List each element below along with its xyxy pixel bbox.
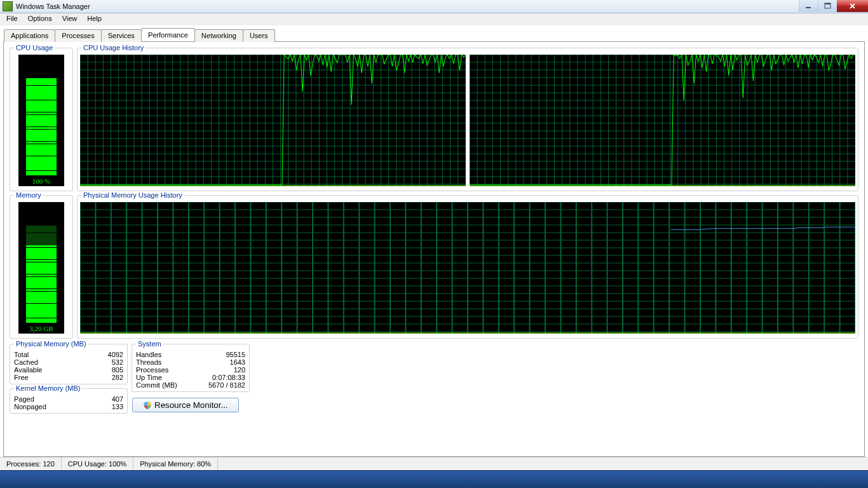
cpu-history-core1 [470, 55, 855, 186]
cpu-meter: 100 % [18, 55, 64, 186]
cpu-history-core0 [80, 55, 466, 186]
taskbar[interactable] [0, 470, 868, 488]
svg-rect-2 [825, 3, 831, 4]
title-bar: Windows Task Manager [0, 0, 868, 13]
stat-label: Processes [135, 366, 193, 374]
status-processes: Processes: 120 [0, 458, 62, 470]
stat-value: 282 [83, 374, 125, 381]
stat-value: 407 [92, 395, 125, 403]
shield-icon [143, 401, 152, 410]
stat-row: Commit (MB)5670 / 8182 [135, 381, 247, 389]
menu-options[interactable]: Options [23, 13, 57, 25]
cpu-usage-group: CPU Usage 100 % [10, 48, 73, 191]
cpu-meter-label: 100 % [18, 177, 64, 186]
cpu-history-group: CPU Usage History [77, 48, 858, 191]
resource-monitor-button[interactable]: Resource Monitor... [132, 398, 239, 412]
tab-services[interactable]: Services [101, 29, 142, 42]
stat-value: 95515 [193, 351, 247, 358]
stat-label: Cached [13, 358, 83, 366]
stat-row: Up Time0:07:08:33 [135, 374, 247, 381]
tab-performance[interactable]: Performance [141, 28, 195, 41]
memory-history [80, 202, 855, 334]
tab-networking[interactable]: Networking [194, 29, 243, 42]
stat-value: 4092 [83, 351, 125, 358]
tab-applications[interactable]: Applications [4, 29, 55, 42]
menu-view[interactable]: View [57, 13, 83, 25]
stat-label: Handles [135, 351, 193, 358]
memory-meter-label: 3,20 GB [18, 325, 64, 334]
menu-bar: File Options View Help [0, 13, 868, 25]
group-title: Physical Memory (MB) [14, 340, 88, 348]
maximize-button[interactable] [818, 0, 837, 12]
status-bar: Processes: 120 CPU Usage: 100% Physical … [0, 457, 868, 470]
system-box: System Handles95515Threads1643Processes1… [132, 344, 250, 392]
stat-row: Nonpaged133 [13, 403, 125, 410]
stat-row: Cached532 [13, 358, 125, 366]
stat-row: Threads1643 [135, 358, 247, 366]
tabs: Applications Processes Services Performa… [0, 25, 868, 41]
status-memory: Physical Memory: 80% [133, 458, 218, 470]
stats-row: Physical Memory (MB) Total4092Cached532A… [8, 342, 860, 416]
stat-value: 133 [92, 403, 125, 410]
stat-label: Threads [135, 358, 193, 366]
stat-label: Up Time [135, 374, 193, 381]
close-button[interactable] [837, 0, 868, 12]
stat-value: 1643 [193, 358, 247, 366]
stat-label: Free [13, 374, 83, 381]
stat-value: 805 [83, 366, 125, 374]
memory-history-group: Physical Memory Usage History [77, 195, 858, 339]
stat-row: Handles95515 [135, 351, 247, 358]
group-title: CPU Usage [14, 44, 55, 51]
stat-row: Processes120 [135, 366, 247, 374]
svg-rect-0 [806, 7, 811, 8]
stat-value: 5670 / 8182 [193, 381, 247, 389]
stat-row: Total4092 [13, 351, 125, 358]
tab-content: CPU Usage 100 % CPU Usage History Memory… [3, 41, 865, 457]
menu-help[interactable]: Help [82, 13, 107, 25]
tab-processes[interactable]: Processes [55, 29, 101, 42]
kernel-memory-box: Kernel Memory (MB) Paged407Nonpaged133 [10, 388, 128, 414]
group-title: System [136, 340, 163, 348]
group-title: Physical Memory Usage History [81, 191, 184, 199]
stat-row: Available805 [13, 366, 125, 374]
minimize-button[interactable] [799, 0, 818, 12]
menu-file[interactable]: File [1, 13, 23, 25]
memory-meter: 3,20 GB [18, 202, 64, 334]
tab-users[interactable]: Users [243, 29, 275, 42]
stat-value: 120 [193, 366, 247, 374]
physical-memory-box: Physical Memory (MB) Total4092Cached532A… [10, 344, 128, 384]
stat-label: Total [13, 351, 83, 358]
window-title: Windows Task Manager [16, 3, 90, 10]
stat-value: 532 [83, 358, 125, 366]
stat-value: 0:07:08:33 [193, 374, 247, 381]
group-title: CPU Usage History [81, 44, 146, 51]
group-title: Memory [14, 191, 43, 199]
group-title: Kernel Memory (MB) [14, 384, 82, 392]
stat-label: Commit (MB) [135, 381, 193, 389]
memory-group: Memory 3,20 GB [10, 195, 73, 339]
stat-label: Available [13, 366, 83, 374]
app-icon [3, 1, 13, 11]
stat-row: Free282 [13, 374, 125, 381]
stat-label: Paged [13, 395, 92, 403]
stat-label: Nonpaged [13, 403, 92, 410]
resource-monitor-label: Resource Monitor... [154, 400, 228, 410]
window-controls [799, 0, 868, 12]
status-cpu: CPU Usage: 100% [62, 458, 133, 470]
stat-row: Paged407 [13, 395, 125, 403]
